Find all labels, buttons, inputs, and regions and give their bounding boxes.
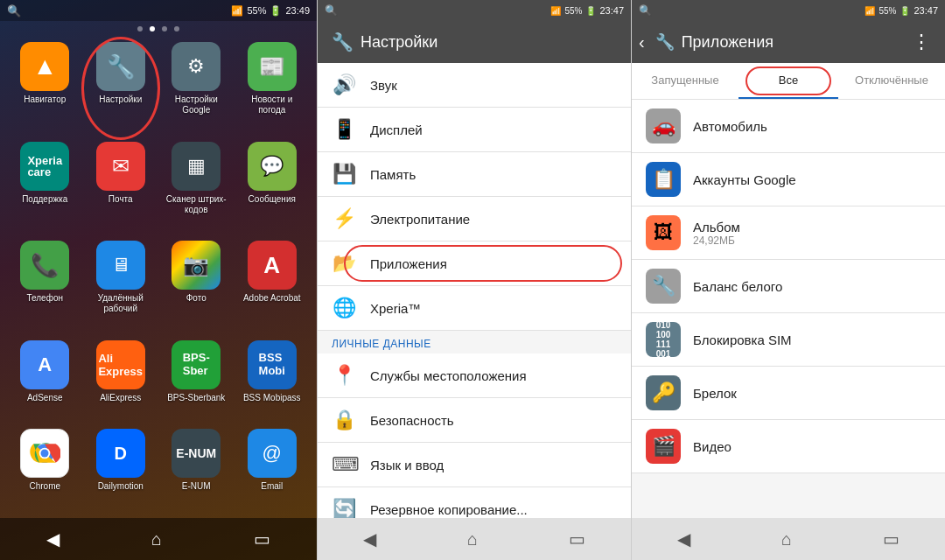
apps-back-button[interactable]: ‹ — [635, 29, 648, 56]
p2-signal-icon: 📶 — [550, 6, 561, 16]
messages-icon: 💬 — [248, 142, 297, 191]
remote-label: Удалённый рабочий — [87, 293, 156, 314]
settings-item-power[interactable]: ⚡ Электропитание — [318, 197, 631, 242]
personal-section-header: ЛИЧНЫЕ ДАННЫЕ — [318, 331, 631, 354]
settings-google-icon: ⚙ — [172, 42, 220, 91]
app-chrome[interactable]: Chrome — [10, 429, 80, 511]
p3-recents-button[interactable]: ▭ — [876, 522, 906, 556]
p2-battery: 55% — [564, 6, 582, 16]
p2-recents-button[interactable]: ▭ — [562, 522, 592, 556]
status-left-p3: 🔍 — [639, 4, 652, 17]
app-settings-google[interactable]: ⚙ Настройки Google — [162, 42, 231, 135]
battery-icon: 🔋 — [270, 5, 282, 17]
app-daily[interactable]: D Dailymotion — [87, 429, 156, 511]
apps-more-button[interactable]: ⋮ — [905, 27, 938, 57]
settings-item-location[interactable]: 📍 Службы местоположения — [318, 354, 631, 398]
tab-running[interactable]: Запущенные — [632, 63, 738, 99]
p3-back-button[interactable]: ◀ — [670, 522, 697, 556]
app-messages[interactable]: 💬 Сообщения — [238, 142, 307, 234]
p2-home-button[interactable]: ⌂ — [460, 522, 485, 556]
app-sber[interactable]: BPS-Sber BPS-Sberbank — [162, 340, 231, 423]
daily-label: Dailymotion — [98, 481, 144, 492]
apps-header: ‹ 🔧 Приложения ⋮ — [632, 21, 945, 63]
white-balance-name: Баланс белого — [693, 279, 931, 294]
p3-home-button[interactable]: ⌂ — [774, 522, 799, 556]
enum-label: E-NUM — [182, 481, 211, 492]
backup-label: Резервное копирование... — [370, 502, 528, 517]
memory-icon: 💾 — [332, 163, 356, 186]
time-display: 23:49 — [285, 5, 310, 16]
svg-point-3 — [41, 450, 49, 458]
list-item-google-accounts[interactable]: 📋 Аккаунты Google — [632, 153, 945, 206]
photo-icon: 📷 — [172, 241, 220, 290]
app-acrobat[interactable]: A Adobe Acrobat — [238, 241, 307, 333]
keychain-name: Брелок — [693, 386, 931, 401]
status-right: 📶 55% 🔋 23:49 — [231, 5, 310, 17]
signal-icon: 📶 — [231, 5, 243, 17]
list-item-keychain[interactable]: 🔑 Брелок — [632, 367, 945, 420]
list-item-sim-lock[interactable]: 010100111001 Блокировка SIM — [632, 313, 945, 367]
support-label: Поддержка — [22, 194, 67, 205]
settings-item-security[interactable]: 🔒 Безопасность — [318, 398, 631, 443]
memory-label: Память — [370, 167, 416, 182]
status-right-p3: 📶 55% 🔋 23:47 — [864, 5, 938, 16]
app-settings[interactable]: 🔧 Настройки — [87, 42, 156, 135]
list-item-album[interactable]: 🖼 Альбом 24,92МБ — [632, 206, 945, 260]
auto-info: Автомобиль — [693, 119, 931, 134]
apps-header-icon: 🔧 — [655, 32, 675, 52]
app-bss[interactable]: BSSMobi BSS Mobipass — [238, 340, 307, 423]
p2-back-button[interactable]: ◀ — [356, 522, 383, 556]
apps-tabs: Запущенные Все Отключённые — [632, 63, 945, 100]
settings-search-icon: 🔍 — [325, 4, 338, 17]
keychain-info: Брелок — [693, 386, 931, 401]
apps-icon: 📂 — [332, 252, 356, 275]
app-phone[interactable]: 📞 Телефон — [10, 241, 80, 333]
language-icon: ⌨ — [332, 453, 356, 476]
sim-lock-icon: 010100111001 — [646, 322, 681, 357]
navigator-label: Навигатор — [24, 94, 66, 105]
backup-icon: 🔄 — [332, 498, 356, 518]
google-accounts-icon: 📋 — [646, 162, 681, 197]
acrobat-icon: A — [248, 241, 297, 290]
p3-battery-icon: 🔋 — [900, 6, 910, 16]
app-adsense[interactable]: A AdSense — [10, 340, 80, 423]
list-item-auto[interactable]: 🚗 Автомобиль — [632, 100, 945, 153]
app-email[interactable]: @ Email — [238, 429, 307, 511]
app-support[interactable]: Xperiacare Поддержка — [10, 142, 80, 234]
list-item-video[interactable]: 🎬 Видео — [632, 420, 945, 473]
app-photo[interactable]: 📷 Фото — [162, 241, 231, 333]
bss-label: BSS Mobipass — [243, 393, 301, 403]
ali-icon: AliExpress — [96, 340, 145, 389]
xperia-label: Xperia™ — [370, 301, 421, 316]
news-label: Новости и погода — [238, 94, 307, 116]
settings-item-display[interactable]: 📱 Дисплей — [318, 108, 631, 152]
settings-label: Настройки — [99, 94, 142, 105]
app-grid: ▲ Навигатор 🔧 Настройки ⚙ Настройки Goog… — [0, 35, 317, 518]
dot-2 — [150, 26, 155, 32]
p2-battery-icon: 🔋 — [585, 6, 596, 16]
back-button[interactable]: ◀ — [39, 522, 66, 556]
app-ali[interactable]: AliExpress AliExpress — [87, 340, 156, 423]
app-navigator[interactable]: ▲ Навигатор — [10, 42, 80, 135]
bss-icon: BSSMobi — [248, 340, 297, 389]
settings-item-language[interactable]: ⌨ Язык и ввод — [318, 443, 631, 487]
app-news[interactable]: 📰 Новости и погода — [238, 42, 307, 135]
settings-item-apps[interactable]: 📂 Приложения — [318, 242, 631, 286]
settings-item-memory[interactable]: 💾 Память — [318, 152, 631, 197]
apps-title: Приложения — [682, 33, 898, 52]
list-item-white-balance[interactable]: 🔧 Баланс белого — [632, 260, 945, 313]
app-mail[interactable]: ✉ Почта — [87, 142, 156, 234]
app-enum[interactable]: E-NUM E-NUM — [162, 429, 231, 511]
app-scanner[interactable]: ▦ Сканер штрих-кодов — [162, 142, 231, 234]
tab-all-wrap: Все — [738, 63, 838, 99]
tab-all[interactable]: Все — [738, 63, 838, 99]
settings-item-sound[interactable]: 🔊 Звук — [318, 63, 631, 108]
recents-button[interactable]: ▭ — [247, 522, 277, 556]
app-remote[interactable]: 🖥 Удалённый рабочий — [87, 241, 156, 333]
remote-icon: 🖥 — [96, 241, 145, 290]
home-button[interactable]: ⌂ — [144, 522, 169, 556]
tab-disabled[interactable]: Отключённые — [838, 63, 945, 99]
settings-item-backup[interactable]: 🔄 Резервное копирование... — [318, 487, 631, 518]
messages-label: Сообщения — [248, 194, 296, 205]
settings-item-xperia[interactable]: 🌐 Xperia™ — [318, 286, 631, 331]
